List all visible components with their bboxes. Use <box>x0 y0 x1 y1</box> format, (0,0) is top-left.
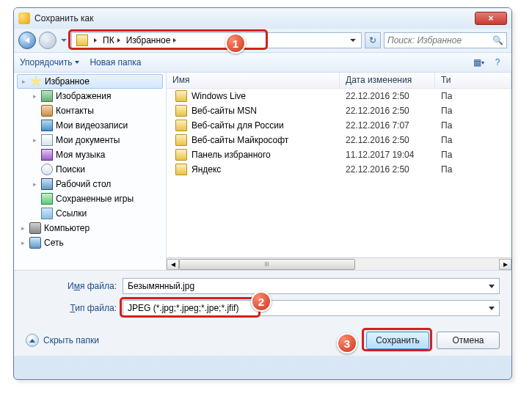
new-folder-button[interactable]: Новая папка <box>90 57 141 67</box>
expand-icon[interactable]: ▸ <box>20 240 26 246</box>
list-item[interactable]: Веб-сайты Майкрософт22.12.2016 2:50Па <box>167 133 511 147</box>
forward-button[interactable] <box>39 32 57 49</box>
filename-input[interactable]: Безымянный.jpg <box>123 278 500 294</box>
filetype-select[interactable]: JPEG (*.jpg;*.jpeg;*.jpe;*.jfif) <box>123 300 500 316</box>
toolbar: Упорядочить Новая папка ▦▾ ? <box>14 52 511 73</box>
expand-icon[interactable]: ▸ <box>32 137 38 144</box>
tree-item-label: Контакты <box>56 106 94 116</box>
breadcrumb-segment[interactable] <box>91 33 100 48</box>
nav-history-dropdown[interactable] <box>59 32 68 49</box>
tree-item[interactable]: Поиски <box>14 162 166 177</box>
list-header: Имя Дата изменения Ти <box>167 73 511 89</box>
file-type: Па <box>435 150 511 160</box>
computer-icon <box>29 222 41 234</box>
file-name: Веб-сайты для России <box>192 120 284 131</box>
folder-tree[interactable]: ▸Избранное▸ИзображенияКонтактыМои видеоз… <box>14 73 167 270</box>
nav-row: ПК Избранное ↻ Поиск: Избранное 🔍 <box>14 29 511 52</box>
list-item[interactable]: Яндекс22.12.2016 2:50Па <box>167 162 511 177</box>
video-icon <box>41 120 53 131</box>
expand-icon[interactable]: ▸ <box>20 225 26 232</box>
tree-item[interactable]: ▸Компьютер <box>14 221 166 235</box>
expand-icon[interactable] <box>32 152 38 158</box>
chevron-down-icon <box>350 39 356 42</box>
chevron-down-icon[interactable] <box>489 285 495 288</box>
file-name: Windows Live <box>192 91 246 101</box>
expand-icon[interactable]: ▸ <box>32 93 38 100</box>
address-dropdown[interactable] <box>346 33 360 48</box>
close-button[interactable]: × <box>475 12 507 25</box>
list-item[interactable]: Windows Live22.12.2016 2:50Па <box>167 89 511 103</box>
link-icon <box>41 208 53 219</box>
scroll-track[interactable] <box>179 259 499 270</box>
expand-icon[interactable] <box>32 211 38 217</box>
list-item[interactable]: Веб-сайты MSN22.12.2016 2:50Па <box>167 103 511 118</box>
folder-icon <box>76 34 88 46</box>
tree-item-label: Моя музыка <box>56 150 105 160</box>
tree-item[interactable]: ▸Мои документы <box>14 133 166 147</box>
search-icon <box>41 164 53 175</box>
search-placeholder: Поиск: Избранное <box>387 35 462 45</box>
tree-item-label: Сеть <box>44 238 64 248</box>
tree-item[interactable]: ▸Сеть <box>14 235 166 250</box>
file-name: Панель избранного <box>192 150 271 160</box>
tree-item[interactable]: ▸Рабочий стол <box>14 177 166 191</box>
file-list: Имя Дата изменения Ти Windows Live22.12.… <box>167 73 511 270</box>
expand-icon[interactable] <box>32 196 38 202</box>
file-type: Па <box>435 106 511 116</box>
folder-icon <box>175 149 187 161</box>
expand-icon[interactable]: ▸ <box>21 78 27 85</box>
filename-label: Имя файла: <box>55 281 123 291</box>
tree-item[interactable]: Мои видеозаписи <box>14 118 166 133</box>
breadcrumb-pc[interactable]: ПК <box>100 33 123 48</box>
close-icon: × <box>488 13 493 23</box>
refresh-icon: ↻ <box>369 35 376 45</box>
tree-item[interactable]: Моя музыка <box>14 147 166 162</box>
search-icon: 🔍 <box>492 35 503 45</box>
titlebar: Сохранить как × <box>14 8 511 29</box>
column-date[interactable]: Дата изменения <box>340 73 435 88</box>
breadcrumb-favorites[interactable]: Избранное <box>123 33 180 48</box>
folder-icon <box>175 90 187 102</box>
filetype-value: JPEG (*.jpg;*.jpeg;*.jpe;*.jfif) <box>128 303 489 313</box>
chevron-down-icon[interactable] <box>489 307 495 310</box>
expand-icon[interactable] <box>32 122 38 129</box>
search-input[interactable]: Поиск: Избранное 🔍 <box>384 32 507 48</box>
help-button[interactable]: ? <box>489 55 506 70</box>
dialog-footer: Скрыть папки Сохранить Отмена <box>14 325 511 356</box>
horizontal-scrollbar[interactable]: ◂ ▸ <box>167 257 511 270</box>
expand-icon[interactable] <box>32 166 38 173</box>
file-name: Яндекс <box>192 164 221 175</box>
refresh-button[interactable]: ↻ <box>365 32 381 48</box>
tree-item[interactable]: Контакты <box>14 103 166 118</box>
cancel-button[interactable]: Отмена <box>437 332 500 349</box>
scroll-thumb[interactable] <box>179 259 355 270</box>
tree-item[interactable]: ▸Избранное <box>17 74 163 89</box>
file-name: Веб-сайты Майкрософт <box>192 135 288 145</box>
file-date: 22.12.2016 2:50 <box>340 106 435 116</box>
save-button[interactable]: Сохранить <box>366 332 429 349</box>
tree-item[interactable]: Сохраненные игры <box>14 191 166 206</box>
hide-folders-toggle[interactable]: Скрыть папки <box>26 334 99 347</box>
chevron-down-icon <box>75 61 79 64</box>
back-button[interactable] <box>18 32 36 49</box>
column-name[interactable]: Имя <box>167 73 340 88</box>
file-date: 22.12.2016 2:50 <box>340 135 435 145</box>
list-item[interactable]: Веб-сайты для России22.12.2016 7:07Па <box>167 118 511 133</box>
tree-item[interactable]: ▸Изображения <box>14 89 166 103</box>
chevron-down-icon <box>61 39 67 42</box>
scroll-left-button[interactable]: ◂ <box>167 259 179 270</box>
tree-item[interactable]: Ссылки <box>14 206 166 221</box>
chevron-right-icon <box>117 38 120 43</box>
games-icon <box>41 193 53 205</box>
view-mode-button[interactable]: ▦▾ <box>470 55 487 70</box>
expand-icon[interactable] <box>32 108 38 114</box>
scroll-right-button[interactable]: ▸ <box>499 259 511 270</box>
column-type[interactable]: Ти <box>435 73 511 88</box>
organize-menu[interactable]: Упорядочить <box>20 57 79 67</box>
list-item[interactable]: Панель избранного11.12.2017 19:04Па <box>167 147 511 162</box>
doc-icon <box>41 134 53 146</box>
file-type: Па <box>435 135 511 145</box>
expand-icon[interactable]: ▸ <box>32 181 38 188</box>
address-bar[interactable]: ПК Избранное <box>71 32 362 48</box>
window-title: Сохранить как <box>34 13 475 23</box>
